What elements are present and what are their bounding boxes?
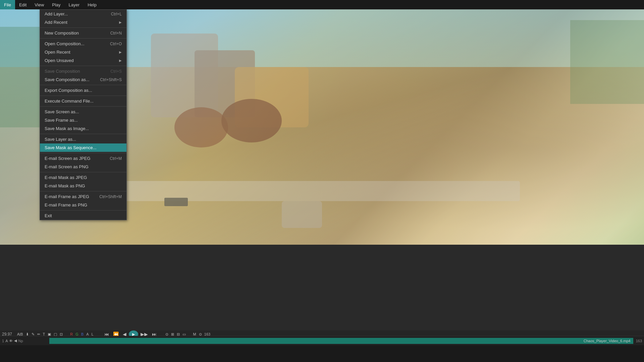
menu-item-label: Save Screen as... — [45, 109, 79, 114]
menu-item-label: E-mail Screen as PNG — [45, 164, 89, 169]
menu-separator-10 — [40, 191, 126, 191]
menu-separator-8 — [40, 153, 126, 153]
file-dropdown-menu: Add Layer... Ctrl+L Add Recent ▶ New Com… — [40, 9, 127, 220]
menu-separator-3 — [40, 66, 126, 66]
submenu-arrow-icon: ▶ — [119, 50, 122, 54]
menu-item-shortcut: Ctrl+Shift+S — [100, 77, 122, 82]
menu-item-save-composition-as[interactable]: Save Composition as... Ctrl+Shift+S — [40, 75, 126, 84]
menu-separator-2 — [40, 38, 126, 39]
menu-item-shortcut: Ctrl+M — [110, 156, 122, 161]
menu-item-label: E-mail Screen as JPEG — [45, 156, 91, 161]
menu-item-email-frame-jpeg[interactable]: E-mail Frame as JPEG Ctrl+Shift+M — [40, 192, 126, 201]
layer-track-filename: Chaos_Player_Video_6.mp4 — [584, 339, 631, 343]
menu-layer[interactable]: Layer — [65, 0, 84, 9]
menu-item-new-composition[interactable]: New Composition Ctrl+N — [40, 29, 126, 37]
menu-item-execute-command-file[interactable]: Execute Command File... — [40, 97, 126, 105]
menu-item-label: Save Layer as... — [45, 137, 76, 142]
layer-track: Chaos_Player_Video_6.mp4 — [49, 338, 633, 344]
menu-item-label: Save Composition — [45, 69, 80, 74]
bottom-bar — [0, 345, 644, 362]
menu-item-label: E-mail Frame as PNG — [45, 202, 87, 207]
svg-point-6 — [221, 99, 282, 142]
menu-item-label: Open Recent — [45, 50, 70, 55]
menu-item-open-composition[interactable]: Open Composition... Ctrl+O — [40, 40, 126, 48]
menu-item-email-mask-png[interactable]: E-mail Mask as PNG — [40, 182, 126, 190]
submenu-arrow-icon: ▶ — [119, 59, 122, 62]
submenu-arrow-icon: ▶ — [119, 20, 122, 24]
svg-rect-11 — [570, 20, 644, 104]
menu-item-label: Add Layer... — [45, 11, 68, 16]
menu-item-label: Open Composition... — [45, 41, 85, 46]
layer-bar: 1 A 👁 ◀ Np Chaos_Player_Video_6.mp4 163 — [0, 336, 644, 345]
svg-point-5 — [174, 107, 228, 147]
menu-separator-6 — [40, 106, 126, 107]
menu-item-shortcut: Ctrl+N — [110, 31, 122, 36]
menu-item-shortcut: Ctrl+O — [110, 42, 122, 46]
menu-separator-7 — [40, 134, 126, 134]
menu-item-email-frame-png[interactable]: E-mail Frame as PNG — [40, 201, 126, 209]
layer-info: 1 A 👁 ◀ Np — [0, 339, 49, 343]
menu-item-save-composition: Save Composition Ctrl+S — [40, 67, 126, 75]
menu-item-label: Save Frame as... — [45, 118, 78, 123]
menu-item-save-mask-as-sequence[interactable]: Save Mask as Sequence... — [40, 143, 126, 152]
menu-separator-4 — [40, 85, 126, 85]
menu-item-shortcut: Ctrl+Shift+M — [99, 194, 122, 199]
menu-separator-5 — [40, 96, 126, 96]
menu-play[interactable]: Play — [48, 0, 64, 9]
menu-file[interactable]: File — [0, 0, 15, 9]
menu-item-label: E-mail Mask as JPEG — [45, 175, 87, 180]
menu-item-save-screen-as[interactable]: Save Screen as... — [40, 108, 126, 116]
menu-item-label: Add Recent — [45, 20, 67, 25]
menu-item-label: Execute Command File... — [45, 99, 94, 104]
menu-separator-11 — [40, 210, 126, 210]
layer-end-frame: 163 — [634, 339, 644, 343]
menu-item-label: Open Unsaved — [45, 58, 74, 63]
menu-item-add-recent[interactable]: Add Recent ▶ — [40, 18, 126, 26]
svg-rect-9 — [164, 198, 188, 206]
menu-item-shortcut: Ctrl+L — [111, 12, 122, 16]
menu-item-open-recent[interactable]: Open Recent ▶ — [40, 48, 126, 56]
menubar: File Edit View Play Layer Help — [0, 0, 644, 9]
menu-item-shortcut: Ctrl+S — [110, 69, 122, 74]
menu-item-add-layer[interactable]: Add Layer... Ctrl+L — [40, 10, 126, 18]
layer-flag-np: Np — [18, 339, 23, 343]
menu-item-label: E-mail Frame as JPEG — [45, 194, 89, 199]
layer-number: 1 — [2, 339, 4, 343]
layer-flag-eye[interactable]: 👁 — [9, 339, 13, 343]
menu-item-save-layer-as[interactable]: Save Layer as... — [40, 135, 126, 143]
menu-item-label: New Composition — [45, 31, 79, 36]
menu-item-email-screen-jpeg[interactable]: E-mail Screen as JPEG Ctrl+M — [40, 154, 126, 163]
menu-item-email-mask-jpeg[interactable]: E-mail Mask as JPEG — [40, 173, 126, 182]
menu-item-label: Save Composition as... — [45, 77, 90, 82]
menu-help[interactable]: Help — [84, 0, 101, 9]
menu-item-label: Save Mask as Image... — [45, 126, 89, 131]
menu-item-export-composition-as[interactable]: Export Composition as... — [40, 86, 126, 95]
menu-edit[interactable]: Edit — [15, 0, 31, 9]
menu-separator-9 — [40, 172, 126, 172]
menu-item-email-screen-png[interactable]: E-mail Screen as PNG — [40, 163, 126, 171]
menu-item-save-mask-as-image[interactable]: Save Mask as Image... — [40, 124, 126, 133]
menu-separator-1 — [40, 27, 126, 28]
menu-item-open-unsaved[interactable]: Open Unsaved ▶ — [40, 56, 126, 65]
menu-item-exit[interactable]: Exit — [40, 212, 126, 220]
svg-rect-8 — [282, 201, 322, 228]
menu-item-label: Exit — [45, 213, 52, 218]
layer-flag-a[interactable]: A — [5, 339, 8, 343]
menu-item-label: E-mail Mask as PNG — [45, 183, 85, 188]
menu-view[interactable]: View — [31, 0, 48, 9]
menu-item-label: Export Composition as... — [45, 88, 92, 93]
menu-item-save-frame-as[interactable]: Save Frame as... — [40, 116, 126, 124]
layer-flag-play[interactable]: ◀ — [14, 339, 17, 343]
menu-item-label: Save Mask as Sequence... — [45, 145, 97, 150]
